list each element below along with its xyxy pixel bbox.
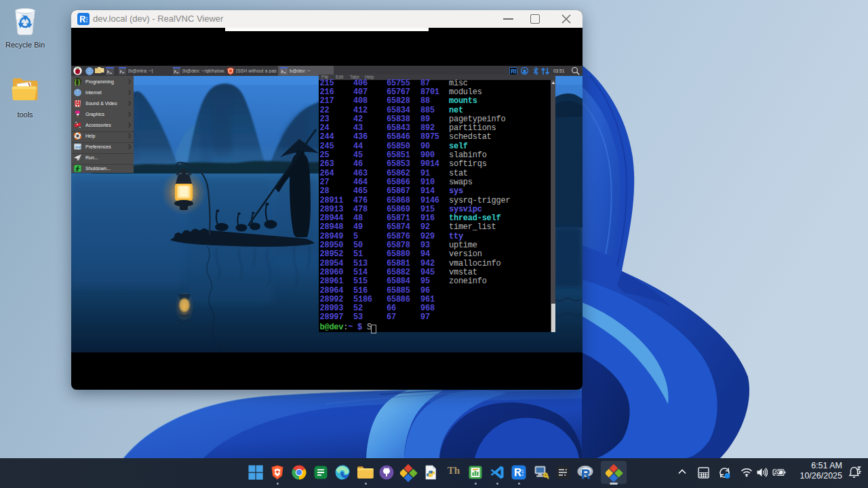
svg-text:c: c: [86, 20, 87, 23]
svg-text:}: }: [78, 78, 81, 85]
svg-text:{: {: [75, 78, 77, 85]
